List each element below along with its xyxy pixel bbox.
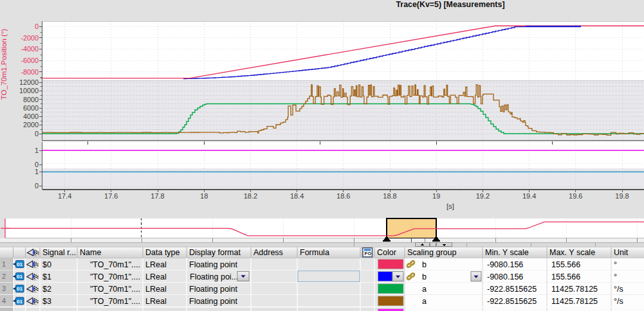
svg-text:19.8: 19.8 <box>615 192 629 200</box>
svg-text:19.6: 19.6 <box>569 192 582 200</box>
svg-text:[s]: [s] <box>446 202 454 210</box>
svg-text:TO_70m1.Position (°): TO_70m1.Position (°) <box>0 29 8 100</box>
svg-text:18.2: 18.2 <box>244 192 257 200</box>
svg-text:6000: 6000 <box>23 104 39 112</box>
svg-text:-922.8515625: -922.8515625 <box>487 297 537 306</box>
svg-text:$2: $2 <box>42 285 51 294</box>
svg-text:$0: $0 <box>42 260 51 269</box>
svg-text:1: 1 <box>35 168 39 175</box>
svg-text:Min. Y scale: Min. Y scale <box>485 248 529 257</box>
svg-text:"TO_70m1"....: "TO_70m1".... <box>90 297 140 306</box>
svg-text:19: 19 <box>432 192 440 200</box>
svg-text:17.6: 17.6 <box>104 192 118 200</box>
svg-text:°: ° <box>614 260 617 269</box>
svg-text:01: 01 <box>17 299 23 305</box>
svg-text:8000: 8000 <box>23 96 39 103</box>
svg-text:12000: 12000 <box>19 78 39 86</box>
svg-text:Floating poi...: Floating poi... <box>190 272 238 281</box>
svg-text:Data type: Data type <box>145 248 180 257</box>
svg-text:Formula: Formula <box>300 248 329 257</box>
svg-text:-4000: -4000 <box>21 45 39 53</box>
svg-text:2: 2 <box>2 272 6 280</box>
svg-text:Trace(Kv=5) [Measurements]: Trace(Kv=5) [Measurements] <box>396 0 504 9</box>
svg-text:Floating point: Floating point <box>189 297 238 306</box>
svg-text:$3: $3 <box>42 297 51 306</box>
svg-text:18: 18 <box>200 192 208 200</box>
svg-text:Floating point: Floating point <box>189 260 238 269</box>
svg-text:18.8: 18.8 <box>383 192 396 200</box>
svg-text:$1: $1 <box>42 272 51 281</box>
svg-text:4: 4 <box>2 297 6 305</box>
svg-text:b: b <box>422 272 427 281</box>
svg-text:Address: Address <box>253 248 283 257</box>
svg-text:18.4: 18.4 <box>290 192 304 200</box>
svg-text:18.6: 18.6 <box>336 192 350 200</box>
svg-text:1: 1 <box>2 260 6 268</box>
svg-text:a: a <box>422 285 427 294</box>
svg-text:FO: FO <box>365 251 372 256</box>
svg-text:17.4: 17.4 <box>58 192 71 200</box>
svg-text:0: 0 <box>35 22 39 30</box>
svg-text:01: 01 <box>17 286 23 292</box>
svg-text:11425.78125: 11425.78125 <box>551 297 598 306</box>
svg-text:10000: 10000 <box>19 87 39 94</box>
svg-text:155.566: 155.566 <box>551 272 580 281</box>
svg-text:2000: 2000 <box>23 121 39 129</box>
svg-text:Name: Name <box>80 248 101 257</box>
svg-text:Display format: Display format <box>189 248 241 257</box>
svg-text:Scaling group: Scaling group <box>407 248 456 257</box>
svg-text:0: 0 <box>35 130 39 138</box>
svg-text:a: a <box>422 297 427 306</box>
svg-text:LReal: LReal <box>145 272 167 281</box>
svg-text:LReal: LReal <box>145 285 167 294</box>
svg-text:°/s: °/s <box>614 285 623 294</box>
svg-text:"TO_70m1"....: "TO_70m1".... <box>90 285 140 294</box>
svg-text:01: 01 <box>17 262 23 267</box>
svg-text:"TO_70m1"....: "TO_70m1".... <box>90 260 140 269</box>
svg-text:01: 01 <box>17 274 23 280</box>
svg-text:b: b <box>422 260 427 269</box>
svg-text:3: 3 <box>2 285 6 292</box>
svg-text:0: 0 <box>35 182 39 190</box>
svg-text:4000: 4000 <box>23 112 39 120</box>
svg-text:°: ° <box>614 272 617 281</box>
svg-text:-9080.156: -9080.156 <box>487 272 523 281</box>
svg-text:19.4: 19.4 <box>522 192 536 200</box>
svg-text:Color: Color <box>377 248 396 257</box>
svg-text:-922.8515625: -922.8515625 <box>487 285 537 294</box>
svg-text:17.8: 17.8 <box>151 192 164 200</box>
svg-text:LReal: LReal <box>145 260 167 269</box>
svg-text:11425.78125: 11425.78125 <box>551 285 598 294</box>
svg-text:LReal: LReal <box>145 297 167 306</box>
svg-text:1: 1 <box>35 147 39 154</box>
svg-text:155.566: 155.566 <box>551 260 580 269</box>
svg-text:-2000: -2000 <box>21 34 39 42</box>
svg-text:Unit: Unit <box>614 248 629 257</box>
svg-text:19.2: 19.2 <box>476 192 490 200</box>
svg-text:Signal r...: Signal r... <box>42 248 76 257</box>
svg-text:-9080.156: -9080.156 <box>487 260 523 269</box>
svg-text:Max. Y scale: Max. Y scale <box>549 248 595 257</box>
svg-text:-8000: -8000 <box>21 68 39 76</box>
svg-text:Floating point: Floating point <box>189 285 238 294</box>
svg-text:°/s: °/s <box>614 297 623 306</box>
svg-text:-6000: -6000 <box>21 57 39 64</box>
svg-text:"TO_70m1"....: "TO_70m1".... <box>90 272 140 281</box>
